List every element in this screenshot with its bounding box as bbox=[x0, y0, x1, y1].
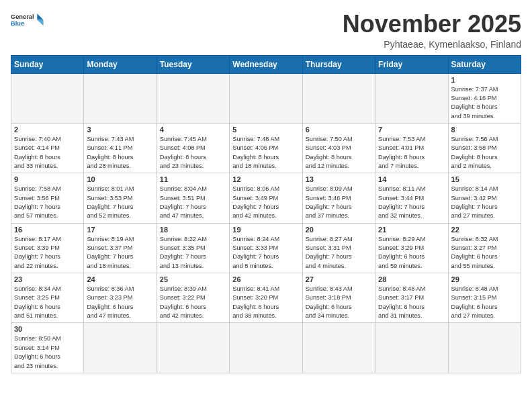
day-info: Sunrise: 7:56 AM Sunset: 3:58 PM Dayligh… bbox=[451, 135, 518, 171]
calendar-cell: 9Sunrise: 7:58 AM Sunset: 3:56 PM Daylig… bbox=[11, 173, 84, 223]
day-info: Sunrise: 8:41 AM Sunset: 3:20 PM Dayligh… bbox=[232, 285, 299, 320]
day-number: 2 bbox=[14, 126, 81, 134]
calendar-week-row: 30Sunrise: 8:50 AM Sunset: 3:14 PM Dayli… bbox=[11, 323, 521, 373]
day-number: 16 bbox=[14, 226, 81, 234]
day-number: 15 bbox=[451, 175, 518, 183]
month-title: November 2025 bbox=[343, 11, 521, 38]
calendar-cell: 11Sunrise: 8:04 AM Sunset: 3:51 PM Dayli… bbox=[157, 173, 229, 223]
weekday-header-friday: Friday bbox=[375, 55, 448, 73]
calendar-cell bbox=[375, 73, 448, 123]
weekday-header-saturday: Saturday bbox=[448, 55, 521, 73]
calendar-cell: 19Sunrise: 8:24 AM Sunset: 3:33 PM Dayli… bbox=[230, 223, 302, 273]
day-number: 23 bbox=[14, 275, 81, 283]
day-number: 26 bbox=[232, 275, 299, 283]
calendar-cell bbox=[157, 323, 229, 373]
day-number: 17 bbox=[87, 226, 153, 234]
calendar-cell: 20Sunrise: 8:27 AM Sunset: 3:31 PM Dayli… bbox=[302, 223, 375, 273]
day-info: Sunrise: 7:45 AM Sunset: 4:08 PM Dayligh… bbox=[160, 135, 226, 171]
calendar-cell: 30Sunrise: 8:50 AM Sunset: 3:14 PM Dayli… bbox=[11, 323, 84, 373]
day-number: 6 bbox=[306, 126, 372, 134]
day-number: 11 bbox=[160, 175, 226, 183]
day-info: Sunrise: 8:06 AM Sunset: 3:49 PM Dayligh… bbox=[232, 185, 299, 220]
calendar-cell: 23Sunrise: 8:34 AM Sunset: 3:25 PM Dayli… bbox=[11, 273, 84, 323]
calendar-cell: 22Sunrise: 8:32 AM Sunset: 3:27 PM Dayli… bbox=[448, 223, 521, 273]
calendar-table: SundayMondayTuesdayWednesdayThursdayFrid… bbox=[11, 55, 521, 373]
day-info: Sunrise: 7:58 AM Sunset: 3:56 PM Dayligh… bbox=[14, 185, 81, 220]
day-info: Sunrise: 7:53 AM Sunset: 4:01 PM Dayligh… bbox=[378, 135, 445, 171]
day-number: 22 bbox=[451, 226, 518, 234]
weekday-header-row: SundayMondayTuesdayWednesdayThursdayFrid… bbox=[11, 55, 521, 73]
calendar-cell: 25Sunrise: 8:39 AM Sunset: 3:22 PM Dayli… bbox=[157, 273, 229, 323]
calendar-week-row: 9Sunrise: 7:58 AM Sunset: 3:56 PM Daylig… bbox=[11, 173, 521, 223]
day-info: Sunrise: 7:37 AM Sunset: 4:16 PM Dayligh… bbox=[451, 85, 518, 121]
weekday-header-sunday: Sunday bbox=[11, 55, 84, 73]
day-info: Sunrise: 8:11 AM Sunset: 3:44 PM Dayligh… bbox=[378, 185, 445, 220]
day-number: 7 bbox=[378, 126, 445, 134]
calendar-cell bbox=[157, 73, 229, 123]
calendar-cell: 17Sunrise: 8:19 AM Sunset: 3:37 PM Dayli… bbox=[84, 223, 157, 273]
generalblue-logo: General Blue bbox=[11, 11, 44, 31]
day-number: 14 bbox=[378, 175, 445, 183]
calendar-cell: 24Sunrise: 8:36 AM Sunset: 3:23 PM Dayli… bbox=[84, 273, 157, 323]
calendar-cell: 21Sunrise: 8:29 AM Sunset: 3:29 PM Dayli… bbox=[375, 223, 448, 273]
day-info: Sunrise: 8:43 AM Sunset: 3:18 PM Dayligh… bbox=[306, 285, 372, 320]
day-number: 13 bbox=[306, 175, 372, 183]
day-info: Sunrise: 8:01 AM Sunset: 3:53 PM Dayligh… bbox=[87, 185, 153, 220]
svg-text:General: General bbox=[11, 13, 34, 20]
calendar-cell: 3Sunrise: 7:43 AM Sunset: 4:11 PM Daylig… bbox=[84, 123, 157, 173]
page-header: General Blue November 2025 Pyhtaeae, Kym… bbox=[11, 11, 521, 50]
calendar-cell: 7Sunrise: 7:53 AM Sunset: 4:01 PM Daylig… bbox=[375, 123, 448, 173]
weekday-header-monday: Monday bbox=[84, 55, 157, 73]
logo-area: General Blue bbox=[11, 11, 44, 31]
weekday-header-thursday: Thursday bbox=[302, 55, 375, 73]
day-number: 3 bbox=[87, 126, 153, 134]
day-info: Sunrise: 8:36 AM Sunset: 3:23 PM Dayligh… bbox=[87, 285, 153, 320]
calendar-cell: 14Sunrise: 8:11 AM Sunset: 3:44 PM Dayli… bbox=[375, 173, 448, 223]
calendar-cell: 27Sunrise: 8:43 AM Sunset: 3:18 PM Dayli… bbox=[302, 273, 375, 323]
day-info: Sunrise: 7:48 AM Sunset: 4:06 PM Dayligh… bbox=[232, 135, 299, 171]
calendar-cell: 12Sunrise: 8:06 AM Sunset: 3:49 PM Dayli… bbox=[230, 173, 302, 223]
calendar-cell: 26Sunrise: 8:41 AM Sunset: 3:20 PM Dayli… bbox=[230, 273, 302, 323]
day-info: Sunrise: 8:04 AM Sunset: 3:51 PM Dayligh… bbox=[160, 185, 226, 220]
calendar-cell bbox=[302, 73, 375, 123]
calendar-cell bbox=[84, 73, 157, 123]
day-info: Sunrise: 7:50 AM Sunset: 4:03 PM Dayligh… bbox=[306, 135, 372, 171]
day-info: Sunrise: 8:32 AM Sunset: 3:27 PM Dayligh… bbox=[451, 235, 518, 271]
day-number: 24 bbox=[87, 275, 153, 283]
weekday-header-wednesday: Wednesday bbox=[230, 55, 302, 73]
calendar-cell: 1Sunrise: 7:37 AM Sunset: 4:16 PM Daylig… bbox=[448, 73, 521, 123]
calendar-cell: 29Sunrise: 8:48 AM Sunset: 3:15 PM Dayli… bbox=[448, 273, 521, 323]
calendar-cell: 16Sunrise: 8:17 AM Sunset: 3:39 PM Dayli… bbox=[11, 223, 84, 273]
calendar-cell: 5Sunrise: 7:48 AM Sunset: 4:06 PM Daylig… bbox=[230, 123, 302, 173]
calendar-cell bbox=[11, 73, 84, 123]
day-number: 21 bbox=[378, 226, 445, 234]
calendar-cell bbox=[375, 323, 448, 373]
calendar-cell: 18Sunrise: 8:22 AM Sunset: 3:35 PM Dayli… bbox=[157, 223, 229, 273]
location-title: Pyhtaeae, Kymenlaakso, Finland bbox=[343, 39, 521, 50]
day-info: Sunrise: 8:34 AM Sunset: 3:25 PM Dayligh… bbox=[14, 285, 81, 320]
calendar-cell bbox=[230, 323, 302, 373]
day-number: 25 bbox=[160, 275, 226, 283]
day-info: Sunrise: 8:14 AM Sunset: 3:42 PM Dayligh… bbox=[451, 185, 518, 220]
day-number: 20 bbox=[306, 226, 372, 234]
day-number: 5 bbox=[232, 126, 299, 134]
day-number: 9 bbox=[14, 175, 81, 183]
calendar-week-row: 23Sunrise: 8:34 AM Sunset: 3:25 PM Dayli… bbox=[11, 273, 521, 323]
svg-marker-2 bbox=[37, 13, 43, 19]
day-info: Sunrise: 8:09 AM Sunset: 3:46 PM Dayligh… bbox=[306, 185, 372, 220]
calendar-cell bbox=[84, 323, 157, 373]
day-number: 19 bbox=[232, 226, 299, 234]
weekday-header-tuesday: Tuesday bbox=[157, 55, 229, 73]
day-number: 29 bbox=[451, 275, 518, 283]
calendar-cell: 4Sunrise: 7:45 AM Sunset: 4:08 PM Daylig… bbox=[157, 123, 229, 173]
day-number: 12 bbox=[232, 175, 299, 183]
calendar-cell bbox=[230, 73, 302, 123]
calendar-week-row: 2Sunrise: 7:40 AM Sunset: 4:14 PM Daylig… bbox=[11, 123, 521, 173]
day-info: Sunrise: 8:27 AM Sunset: 3:31 PM Dayligh… bbox=[306, 235, 372, 271]
calendar-cell bbox=[448, 323, 521, 373]
day-info: Sunrise: 8:17 AM Sunset: 3:39 PM Dayligh… bbox=[14, 235, 81, 271]
day-number: 4 bbox=[160, 126, 226, 134]
day-number: 18 bbox=[160, 226, 226, 234]
day-info: Sunrise: 7:40 AM Sunset: 4:14 PM Dayligh… bbox=[14, 135, 81, 171]
day-number: 28 bbox=[378, 275, 445, 283]
